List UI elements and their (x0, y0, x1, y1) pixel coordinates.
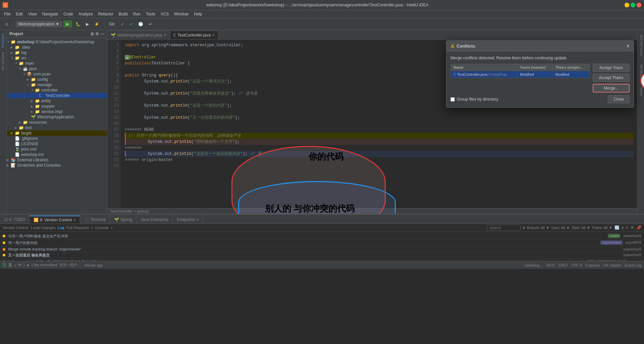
conflicts-close-button[interactable]: Close (608, 95, 630, 103)
line-col-indicator[interactable]: 18:41 (546, 263, 555, 267)
pull-requests-tab[interactable]: Pull Requests (66, 226, 89, 230)
tree-com-yuan[interactable]: ▼ 📦 com.yuan (7, 71, 107, 77)
pull-requests-close[interactable]: ✕ (91, 226, 93, 230)
menu-tools[interactable]: Tools (143, 11, 158, 17)
vc-tab-close-icon[interactable]: ✕ (73, 218, 76, 222)
tree-controller[interactable]: ▼ 📁 controller (7, 88, 107, 93)
git-branch-indicator[interactable]: Git: master (603, 263, 622, 267)
tree-config[interactable]: ▶ 📁 config (7, 77, 107, 82)
sidebar-minimize-icon[interactable]: — (100, 32, 104, 36)
accept-yours-button[interactable]: Accept Yours (593, 64, 630, 72)
tree-webshop-app[interactable]: 🌱 WebshopApplication (7, 114, 107, 120)
tree-root-webshop[interactable]: ▼ 📁 webshop D:\IdeaProjects\works5\websh… (7, 39, 107, 45)
tree-mapper[interactable]: ▶ 📁 mapper (7, 104, 107, 109)
menu-help[interactable]: Help (191, 11, 205, 17)
log-search-input[interactable] (487, 225, 521, 231)
maximize-btn[interactable] (631, 3, 635, 7)
log-entry-4[interactable]: 又一次回退后 修改再提交 yuanchun5 (1, 252, 643, 259)
version-control-tab[interactable]: 🔀 9: Version Control ✕ (30, 216, 80, 224)
git-update-btn[interactable]: Git: (107, 21, 117, 27)
paths-filter[interactable]: Paths: All ▼ (592, 226, 612, 230)
tree-test[interactable]: ▶ 📁 test (7, 125, 107, 130)
refresh-icon[interactable]: 🔄 (614, 225, 620, 230)
conflicts-close-icon[interactable]: ✕ (626, 43, 630, 49)
console-close[interactable]: ✕ (111, 226, 113, 230)
terminal-tab[interactable]: ⬛ Terminal (80, 216, 110, 224)
run-config-dropdown[interactable]: WebshopApplication ▼ (15, 21, 62, 27)
log-tab[interactable]: Log (58, 226, 64, 230)
line-sep-indicator[interactable]: CRLF (558, 263, 568, 267)
tree-license[interactable]: 📄 LICENSE (7, 141, 107, 147)
profile-btn[interactable]: ⚡ (92, 21, 101, 27)
tree-java[interactable]: ▼ ☕ java (7, 66, 107, 71)
git-checkmark2-btn[interactable]: ✓ (127, 21, 135, 27)
tree-pom-xml[interactable]: 🍃 pom.xml (7, 147, 107, 152)
sidebar-scope-icon[interactable]: ⊞ (91, 32, 94, 36)
close-btn[interactable] (637, 3, 641, 7)
spring-tab-bottom[interactable]: 🌱 Spring (110, 216, 137, 224)
tree-gitignore[interactable]: 📄 .gitignore (7, 136, 107, 141)
menu-analyze[interactable]: Analyze (76, 11, 96, 17)
settings-icon[interactable]: ⚙ (523, 225, 525, 230)
menu-window[interactable]: Window (171, 11, 191, 17)
tree-entity[interactable]: ▶ 📁 entity (7, 98, 107, 104)
event-log-btn[interactable]: Event Log (625, 263, 641, 267)
tree-log[interactable]: ▶ 📁 log (7, 50, 107, 55)
log-entry-1[interactable]: 与另一用户同时修改 提交会产生冲突 master yuanchun5 (1, 233, 643, 240)
structure-tab[interactable]: Structure (1, 50, 6, 72)
tree-manage[interactable]: ▼ 📁 manage (7, 82, 107, 88)
merge-button[interactable]: Merge... (593, 84, 630, 93)
group-files-checkbox[interactable] (450, 97, 455, 102)
tree-scratches[interactable]: ▶ 📝 Scratches and Consoles (7, 163, 107, 168)
accept-theirs-button[interactable]: Accept Theirs (593, 74, 630, 82)
java-enterprise-tab[interactable]: Java Enterprise (137, 216, 173, 224)
debug-btn[interactable]: 🐛 (73, 21, 83, 27)
tree-testcontroller[interactable]: C TestController (7, 93, 107, 98)
menu-vcs[interactable]: VCS (158, 11, 172, 17)
todo-tab[interactable]: ☑ 6: TODO (0, 216, 30, 224)
endpoints-tab[interactable]: Endpoints ✕ (173, 216, 203, 224)
tree-idea[interactable]: ▶ 📁 .idea (7, 45, 107, 50)
sync-icon[interactable]: ⇅ (622, 225, 624, 230)
git-checkmark-btn[interactable]: ✓ (119, 21, 126, 27)
menu-view[interactable]: View (25, 11, 40, 17)
indent-indicator[interactable]: 4 spaces (585, 263, 600, 267)
run-button[interactable]: ▶ (63, 20, 72, 27)
date-filter[interactable]: Date: All ▼ (572, 226, 590, 230)
tree-webshop-iml[interactable]: 📄 webshop.iml (7, 152, 107, 157)
encoding-indicator[interactable]: UTF-8 (571, 263, 582, 267)
pin-icon[interactable]: 📌 (636, 225, 641, 230)
log-entry-2[interactable]: 另一用户的新内容 origin/master yuzo9876 (1, 240, 643, 246)
menu-run[interactable]: Run (130, 11, 143, 17)
arrow-down-icon[interactable]: ⬇ (626, 225, 628, 230)
branch-filter[interactable]: Branch: All ▼ (527, 226, 549, 230)
tree-external-libs[interactable]: ▶ 📚 External Libraries (7, 157, 107, 163)
run-with-coverage-btn[interactable]: ▶ (84, 21, 91, 27)
menu-refactor[interactable]: Refactor (96, 11, 116, 17)
menu-navigate[interactable]: Navigate (40, 11, 61, 17)
maven-tab[interactable]: Maven (639, 87, 643, 96)
user-filter[interactable]: User: All ▼ (551, 226, 570, 230)
restservices-tab[interactable]: RestServices (639, 35, 643, 57)
log-entry-3[interactable]: Merge remote-tracking branch 'origin/mas… (1, 246, 643, 252)
local-changes-tab[interactable]: Local Changes (31, 226, 55, 230)
menu-build[interactable]: Build (116, 11, 130, 17)
minimize-btn[interactable] (625, 3, 629, 7)
tree-resources[interactable]: ▶ 📁 resources (7, 120, 107, 125)
sidebar-gear-icon[interactable]: ⚙ (95, 32, 99, 36)
eye-icon[interactable]: 👁 (630, 225, 634, 230)
tab-webshop-application[interactable]: 🌱 WebshopApplication.java ✕ (107, 31, 170, 39)
conflict-row-testcontroller[interactable]: C TestController.java D:\IdeaProje Modif… (451, 71, 590, 78)
log-entry-5[interactable]: 1 file committed: 与另一用户同时修改 提交会产生冲突 yuan… (1, 259, 643, 261)
tree-service-impl[interactable]: ▶ 📁 service.impl (7, 109, 107, 114)
tree-main[interactable]: ▼ 📁 main (7, 61, 107, 66)
menu-code[interactable]: Code (61, 11, 76, 17)
tab-close-icon[interactable]: ✕ (164, 33, 166, 37)
menu-file[interactable]: File (1, 11, 13, 17)
console-tab[interactable]: Console (95, 226, 109, 230)
back-btn[interactable]: ◁ (3, 21, 10, 27)
git-history-btn[interactable]: 🕐 (136, 21, 145, 27)
tree-target[interactable]: ▶ 📁 target (7, 130, 107, 136)
endpoints-tab-close-icon[interactable]: ✕ (196, 218, 199, 222)
git-undo-btn[interactable]: ↩ (147, 21, 154, 27)
